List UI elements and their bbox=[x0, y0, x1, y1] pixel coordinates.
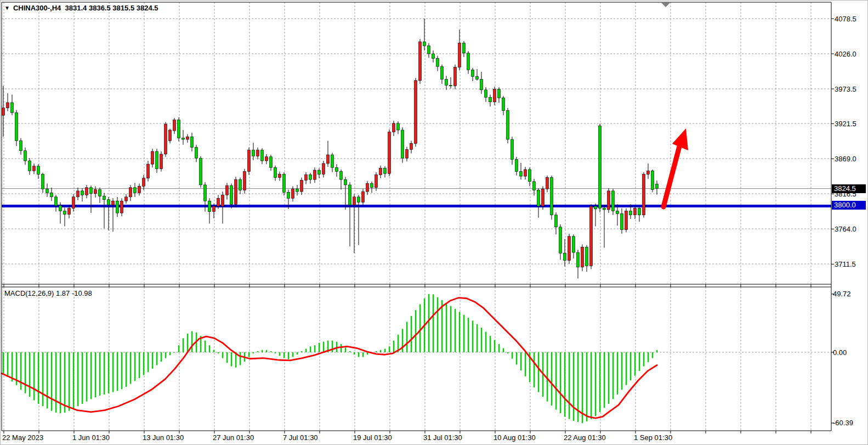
bear-candle bbox=[432, 54, 435, 59]
macd-bar bbox=[29, 352, 30, 397]
price-axis-label: 3764.0 bbox=[835, 225, 856, 233]
bull-candle bbox=[160, 154, 163, 169]
current-price-tag: 3824.5 bbox=[832, 184, 866, 193]
bull-candle bbox=[419, 42, 422, 81]
bull-candle bbox=[393, 123, 395, 132]
bear-candle bbox=[195, 148, 198, 159]
support-level-price-tag[interactable]: 3800.0 bbox=[832, 201, 866, 210]
bull-candle bbox=[353, 197, 356, 205]
bear-candle bbox=[502, 98, 505, 110]
chart-canvas[interactable] bbox=[1, 1, 868, 445]
bear-candle bbox=[15, 112, 18, 140]
macd-bar bbox=[512, 352, 513, 359]
bull-candle bbox=[213, 206, 215, 212]
bear-candle bbox=[191, 137, 194, 148]
macd-bar bbox=[55, 352, 56, 413]
macd-bar bbox=[288, 352, 289, 359]
bull-candle bbox=[86, 188, 88, 195]
bear-candle bbox=[586, 247, 588, 266]
support-level-line[interactable] bbox=[2, 205, 831, 207]
macd-bar bbox=[617, 352, 618, 395]
symbol-period: CHINA300-,H4 bbox=[13, 4, 61, 12]
bear-candle bbox=[274, 167, 277, 177]
time-axis-label[interactable]: 1 Jun 01:30 bbox=[72, 433, 110, 442]
bear-candle bbox=[318, 170, 321, 174]
macd-bar bbox=[608, 352, 609, 404]
bear-candle bbox=[428, 46, 430, 54]
bull-candle bbox=[542, 189, 544, 206]
bear-candle bbox=[182, 138, 185, 139]
macd-bar bbox=[279, 352, 280, 356]
macd-bar bbox=[534, 352, 535, 387]
time-axis-label[interactable]: 10 Aug 01:30 bbox=[493, 433, 536, 442]
bear-candle bbox=[90, 188, 93, 194]
macd-bar bbox=[630, 352, 631, 380]
bear-candle bbox=[594, 206, 597, 209]
macd-bar bbox=[240, 352, 241, 365]
bear-candle bbox=[134, 188, 137, 193]
quote-high: 3836.5 bbox=[89, 4, 111, 12]
macd-bar bbox=[402, 329, 403, 352]
macd-bar bbox=[301, 351, 302, 352]
macd-bar bbox=[38, 352, 39, 404]
price-axis-label: 4078.5 bbox=[835, 15, 856, 23]
symbol-dropdown-icon[interactable]: ▼ bbox=[4, 5, 10, 11]
macd-bar bbox=[520, 352, 521, 370]
macd-bar bbox=[490, 336, 491, 352]
bull-candle bbox=[235, 179, 237, 204]
bear-candle bbox=[349, 185, 351, 205]
bull-candle bbox=[121, 201, 123, 213]
bear-candle bbox=[261, 150, 264, 161]
macd-bar bbox=[174, 352, 175, 353]
bear-candle bbox=[29, 161, 31, 171]
macd-bar bbox=[591, 352, 592, 419]
bull-candle bbox=[300, 180, 303, 191]
bull-candle bbox=[279, 174, 281, 177]
bear-candle bbox=[397, 123, 400, 130]
macd-bar bbox=[178, 345, 179, 352]
chart-shift-marker-icon[interactable] bbox=[661, 3, 670, 7]
macd-bar bbox=[599, 352, 600, 412]
bull-candle bbox=[143, 178, 145, 187]
bull-candle bbox=[524, 170, 527, 176]
macd-bar bbox=[393, 341, 394, 352]
bear-candle bbox=[309, 175, 312, 180]
macd-bar bbox=[121, 352, 122, 389]
macd-name: MACD(12,26,9) bbox=[4, 289, 54, 297]
time-axis-label[interactable]: 13 Jun 01:30 bbox=[143, 433, 184, 442]
macd-bar bbox=[643, 352, 644, 367]
bear-candle bbox=[476, 76, 479, 79]
bear-candle bbox=[612, 191, 615, 211]
bear-candle bbox=[344, 179, 347, 185]
time-axis-label[interactable]: 27 Jun 01:30 bbox=[213, 433, 254, 442]
macd-bar bbox=[349, 351, 350, 352]
bear-candle bbox=[156, 151, 158, 169]
trend-arrow[interactable] bbox=[663, 128, 688, 207]
bear-candle bbox=[59, 206, 62, 211]
bear-candle bbox=[50, 193, 53, 197]
time-axis-label[interactable]: 1 Sep 01:30 bbox=[634, 433, 672, 442]
bear-candle bbox=[564, 253, 566, 260]
bull-candle bbox=[546, 178, 549, 189]
macd-bar bbox=[266, 350, 267, 352]
time-axis-label[interactable]: 7 Jul 01:30 bbox=[283, 433, 318, 442]
macd-bar bbox=[95, 352, 96, 397]
time-axis-label[interactable]: 31 Jul 01:30 bbox=[423, 433, 462, 442]
macd-bar bbox=[569, 352, 570, 419]
macd-bar bbox=[169, 352, 171, 355]
macd-bar bbox=[648, 352, 649, 362]
bear-candle bbox=[559, 227, 562, 254]
time-axis-label[interactable]: 22 Aug 01:30 bbox=[564, 433, 606, 442]
bull-candle bbox=[147, 164, 150, 178]
macd-bar bbox=[345, 347, 346, 352]
macd-bar bbox=[463, 315, 464, 352]
macd-bar bbox=[134, 352, 135, 381]
macd-bar bbox=[275, 352, 276, 353]
macd-bar bbox=[455, 309, 456, 352]
bear-candle bbox=[20, 140, 22, 150]
time-axis-label[interactable]: 19 Jul 01:30 bbox=[353, 433, 392, 442]
bear-candle bbox=[616, 211, 619, 213]
macd-bar bbox=[612, 352, 614, 399]
candlestick-series[interactable] bbox=[2, 19, 659, 279]
time-axis-label[interactable]: 22 May 2023 bbox=[2, 433, 43, 442]
